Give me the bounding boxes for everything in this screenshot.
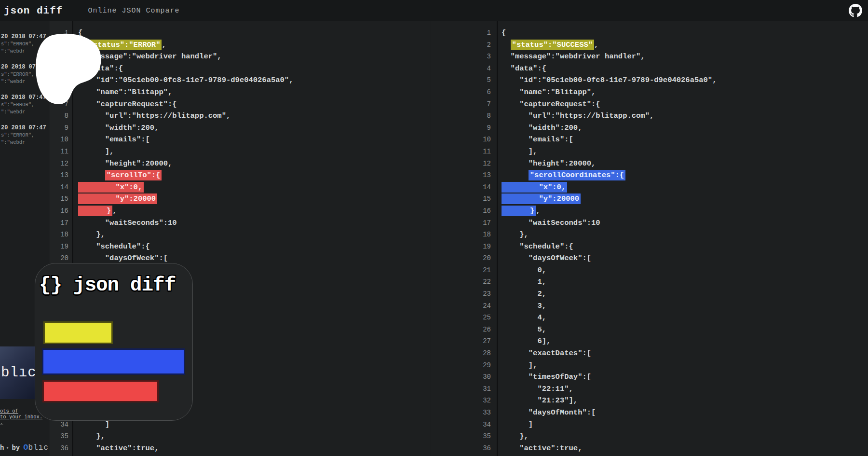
code-line[interactable]: "width":200, <box>502 122 868 134</box>
code-line[interactable]: "exactDates":[ <box>502 347 868 359</box>
code-line[interactable]: "scrollCoordinates":{ <box>502 169 868 181</box>
code-line[interactable]: "daysOfMonth":[ <box>502 407 868 419</box>
code-line[interactable]: { <box>78 27 431 39</box>
language-selector[interactable]: h <box>0 444 4 452</box>
code-line[interactable]: "width":200, <box>78 122 431 134</box>
code-line[interactable]: "active":true, <box>502 442 868 455</box>
history-preview: s":"ERROR", <box>1 132 50 139</box>
code-line[interactable]: ], <box>502 146 868 158</box>
history-timestamp: 20 2018 07:47 <box>1 124 50 132</box>
oblic-brand-o[interactable]: O <box>23 443 28 452</box>
code-line[interactable]: "id":"05c1eb00-0fc8-11e7-9789-d9e04026a5… <box>502 74 868 86</box>
code-line[interactable]: "waitSeconds":10 <box>78 217 431 229</box>
code-line[interactable]: "x":0, <box>502 181 868 193</box>
code-line[interactable]: { <box>502 27 868 39</box>
code-line[interactable]: "url":"https://blitapp.com", <box>502 110 868 122</box>
line-number: 12 <box>50 158 68 170</box>
line-number: 11 <box>431 146 491 158</box>
history-entry[interactable]: 20 2018 07:47s":"ERROR",":"webdr <box>0 33 50 55</box>
ad-link-line1[interactable]: ots of <box>0 408 42 414</box>
history-preview: ":"webdr <box>1 78 50 85</box>
code-segment: }, <box>502 432 529 441</box>
top-bar: json diff Online JSON Compare <box>0 0 868 21</box>
blitapp-ad-logo[interactable]: blıc <box>0 346 35 399</box>
code-line[interactable]: ] <box>502 419 868 431</box>
code-line[interactable]: "active":true, <box>78 442 431 455</box>
code-line[interactable]: 3, <box>502 300 868 312</box>
code-line[interactable]: }, <box>78 205 431 217</box>
code-line[interactable]: "status":"SUCCESS", <box>502 39 868 51</box>
github-link[interactable] <box>849 4 862 17</box>
line-number: 15 <box>50 193 68 205</box>
app-title: json diff <box>4 5 63 16</box>
code-line[interactable]: "daysOfWeek":[ <box>502 252 868 264</box>
ad-link-line2[interactable]: to your inbox. <box>0 414 42 420</box>
code-segment: "daysOfWeek":[ <box>502 254 591 263</box>
code-line[interactable]: }, <box>78 229 431 241</box>
code-line[interactable]: }, <box>78 430 431 442</box>
code-line[interactable]: "status":"ERROR", <box>78 39 431 51</box>
code-line[interactable]: 5, <box>502 324 868 336</box>
history-preview: ":"webdr <box>1 139 50 146</box>
oblic-brand-link[interactable]: blıc <box>28 443 48 452</box>
line-number: 7 <box>50 98 68 111</box>
code-line[interactable]: "scrollTo":{ <box>78 169 431 181</box>
line-number: 35 <box>431 430 491 442</box>
code-line[interactable]: "21:23"], <box>502 395 868 407</box>
code-line[interactable]: "22:11", <box>502 383 868 395</box>
history-entry[interactable]: 20 2018 07:47s":"ERROR",":"webdr <box>0 94 50 116</box>
code-segment: 0, <box>502 266 546 275</box>
code-line[interactable]: "name":"Blitapp", <box>78 86 431 98</box>
code-line[interactable]: "emails":[ <box>502 134 868 146</box>
code-line[interactable]: "name":"Blitapp", <box>502 86 868 98</box>
code-line[interactable]: 6], <box>502 335 868 347</box>
code-line[interactable]: "url":"https://blitapp.com", <box>78 110 431 122</box>
code-line[interactable]: "waitSeconds":10 <box>502 217 868 229</box>
chevron-down-icon[interactable]: ▾ <box>6 445 9 451</box>
code-line[interactable]: "x":0, <box>78 181 431 193</box>
line-number: 36 <box>50 442 68 455</box>
code-line[interactable]: "schedule":{ <box>78 241 431 253</box>
code-line[interactable]: }, <box>502 229 868 241</box>
code-line[interactable]: "height":20000, <box>502 158 868 170</box>
line-number: 16 <box>50 205 68 217</box>
code-segment: "exactDates":[ <box>502 349 591 358</box>
code-line[interactable]: 2, <box>502 288 868 300</box>
code-line[interactable]: "data":{ <box>78 63 431 75</box>
code-segment: "url":"https://blitapp.com", <box>78 111 231 120</box>
history-entry[interactable]: 20 2018 07:47s":"ERROR",":"webdr <box>0 124 50 146</box>
right-editor-code[interactable]: { "status":"SUCCESS", "message":"webdriv… <box>499 21 868 456</box>
code-line[interactable]: 0, <box>502 264 868 276</box>
code-segment: ] <box>502 420 533 429</box>
code-line[interactable]: 1, <box>502 276 868 288</box>
code-line[interactable]: "id":"05c1eb00-0fc8-11e7-9789-d9e04026a5… <box>78 74 431 86</box>
line-number: 36 <box>431 442 491 455</box>
code-line[interactable]: "emails":[ <box>78 134 431 146</box>
code-line[interactable]: }, <box>502 430 868 442</box>
code-line[interactable]: "height":20000, <box>78 158 431 170</box>
line-number: 19 <box>50 241 68 253</box>
code-line[interactable]: "message":"webdriver handler", <box>502 51 868 63</box>
code-line[interactable]: "y":20000 <box>78 193 431 205</box>
line-number: 18 <box>431 229 491 241</box>
history-timestamp: 20 2018 07:47 <box>1 63 50 71</box>
code-segment: "daysOfWeek":[ <box>78 254 168 263</box>
code-line[interactable]: 4, <box>502 312 868 324</box>
history-entry[interactable]: 20 2018 07:47s":"ERROR",":"webdr <box>0 63 50 85</box>
code-line[interactable]: ], <box>78 146 431 158</box>
diff-changed-segment: "status":"SUCCESS" <box>511 40 594 50</box>
code-line[interactable]: }, <box>502 205 868 217</box>
line-number: 21 <box>431 264 491 276</box>
code-line[interactable]: "message":"webdriver handler", <box>78 51 431 63</box>
ad-link-line3[interactable]: . <box>0 420 42 426</box>
code-line[interactable]: ], <box>502 359 868 372</box>
code-line[interactable]: "timesOfDay":[ <box>502 371 868 383</box>
line-number: 8 <box>50 110 68 122</box>
code-line[interactable]: "captureRequest":{ <box>78 98 431 111</box>
code-segment: ], <box>502 361 537 370</box>
code-line[interactable]: "captureRequest":{ <box>502 98 868 111</box>
code-line[interactable]: "data":{ <box>502 63 868 75</box>
diff-added-segment: "x":0, <box>502 182 567 193</box>
code-line[interactable]: "y":20000 <box>502 193 868 205</box>
code-line[interactable]: "schedule":{ <box>502 241 868 253</box>
